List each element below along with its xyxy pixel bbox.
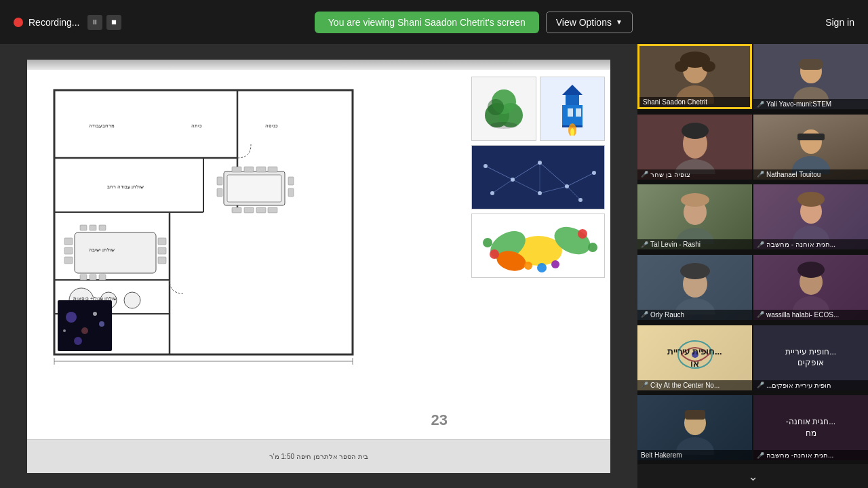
svg-text:שולחן עבודה רחב: שולחן עבודה רחב: [107, 184, 144, 189]
participant-grid: Shani Saadon Chetrit 🎤 Yali Yavo-muni:ST…: [637, 44, 868, 464]
svg-rect-13: [288, 188, 294, 197]
svg-rect-24: [64, 247, 73, 254]
svg-rect-21: [268, 207, 277, 213]
participant-tile[interactable]: 🎤 חגית אוחנה - מחשבה...: [753, 184, 868, 249]
svg-point-118: [680, 263, 710, 279]
stop-button[interactable]: ⏹: [106, 15, 121, 30]
svg-rect-18: [232, 207, 241, 213]
participants-sidebar: Shani Saadon Chetrit 🎤 Yali Yavo-muni:ST…: [637, 44, 868, 488]
participant-name-text: Orly Rauch: [650, 311, 684, 319]
svg-point-46: [81, 327, 88, 334]
svg-point-112: [681, 193, 709, 207]
svg-point-94: [524, 262, 532, 270]
participant-tile[interactable]: 🎤 wassilla halabi- ECOS...: [753, 255, 868, 320]
sign-in-button[interactable]: Sign in: [825, 17, 854, 28]
svg-rect-9: [227, 175, 281, 202]
participant-name: 🎤 Tal Levin - Rashi: [637, 239, 752, 249]
participant-tile[interactable]: 🎤 City At the Center No... ...חופית עירי…: [637, 325, 752, 390]
svg-point-89: [490, 249, 499, 259]
svg-rect-29: [80, 225, 87, 230]
participant-name: 🎤 צופיה בן שחר: [637, 169, 752, 180]
svg-rect-19: [244, 207, 254, 213]
svg-rect-32: [80, 274, 87, 280]
svg-text:שולחן ישיבה: שולחן ישיבה: [89, 247, 115, 252]
svg-rect-109: [797, 134, 825, 140]
svg-rect-103: [799, 59, 823, 70]
svg-point-92: [588, 243, 597, 252]
scale-info: בית הספר אלתרמן חיפה 1:50 מ'ר: [27, 439, 610, 473]
furniture-image-1: [471, 77, 536, 141]
recording-label: Recording...: [28, 17, 79, 28]
muted-icon: 🎤: [757, 241, 764, 248]
chevron-down-icon: ⌄: [748, 469, 758, 484]
participant-tile[interactable]: 🎤 חגית אוחנה- מחשבה... ...חגית אוחנה- מח: [753, 395, 868, 460]
view-options-button[interactable]: View Options ▼: [546, 12, 633, 33]
participant-tile[interactable]: Beit Hakerem: [637, 395, 752, 460]
muted-icon: 🎤: [641, 311, 648, 318]
participant-name-text: Nathanael Touitou: [766, 171, 821, 178]
recording-dot: [14, 18, 23, 27]
participant-name: 🎤 City At the Center No...: [637, 380, 752, 390]
screen-share-banner: You are viewing Shani Saadon Chetrit's s…: [315, 12, 539, 33]
svg-rect-12: [288, 177, 294, 185]
participant-name-text: חגית אוחנה - מחשבה...: [766, 241, 835, 248]
participant-tile[interactable]: 🎤 צופיה בן שחר: [637, 115, 752, 180]
svg-point-115: [797, 192, 825, 207]
screen-share-container: מרחב עבודה כיתה כניסה שולחן עבודה רחב שו…: [27, 60, 610, 473]
svg-point-81: [538, 191, 542, 195]
svg-marker-61: [562, 85, 583, 95]
participant-name: Beit Hakerem: [637, 450, 752, 460]
svg-rect-16: [256, 167, 266, 172]
participant-name-text: Shani Saadon Chetrit: [643, 98, 707, 106]
svg-rect-10: [217, 177, 222, 185]
svg-rect-11: [217, 188, 222, 197]
chevron-down-icon: ▼: [616, 18, 623, 26]
participant-name-text: Tal Levin - Rashi: [650, 241, 701, 248]
muted-icon: 🎤: [641, 171, 648, 178]
participant-name-text: wassilla halabi- ECOS...: [766, 311, 839, 319]
recording-area: Recording... ⏸ ⏹: [14, 15, 121, 30]
muted-icon: 🎤: [757, 101, 764, 108]
svg-point-57: [488, 99, 504, 115]
participant-tile[interactable]: 🎤 Nathanael Touitou: [753, 115, 868, 180]
muted-icon: 🎤: [757, 452, 764, 459]
svg-rect-27: [158, 247, 166, 254]
participant-tile[interactable]: Shani Saadon Chetrit: [637, 44, 752, 109]
participant-name-text: ...חופית עיריית אופקים: [766, 382, 831, 389]
svg-text:שולחן עגול + כיסאות: שולחן עגול + כיסאות: [73, 296, 117, 301]
participant-name: 🎤 Nathanael Touitou: [753, 169, 868, 180]
svg-point-100: [702, 61, 715, 72]
participant-name-text: Yali Yavo-muni:STEM: [766, 100, 831, 108]
muted-icon: 🎤: [641, 382, 648, 388]
svg-point-58: [490, 122, 517, 129]
participant-tile[interactable]: 🎤 Yali Yavo-muni:STEM: [753, 44, 868, 109]
participant-name: Shani Saadon Chetrit: [639, 97, 750, 107]
participant-name: 🎤 ...חופית עיריית אופקים: [753, 380, 868, 390]
muted-icon: 🎤: [757, 311, 764, 318]
svg-point-95: [551, 260, 559, 268]
svg-point-50: [74, 337, 82, 345]
svg-point-93: [537, 263, 547, 272]
participant-name-text: חגית אוחנה- מחשבה...: [766, 451, 833, 459]
participant-tile[interactable]: 🎤 Orly Rauch: [637, 255, 752, 320]
svg-point-78: [538, 161, 542, 165]
svg-rect-63: [576, 108, 581, 117]
svg-point-99: [675, 61, 688, 72]
svg-rect-28: [158, 257, 166, 264]
svg-point-37: [124, 292, 140, 308]
svg-point-121: [797, 262, 825, 278]
text-overlay: ...חופית עיריית אופקים: [782, 346, 840, 369]
svg-text:כניסה: כניסה: [265, 123, 278, 128]
participant-name: 🎤 חגית אוחנה- מחשבה...: [753, 450, 868, 460]
participant-tile[interactable]: 🎤 ...חופית עיריית אופקים ...חופית עיריית…: [753, 325, 868, 390]
participant-tile[interactable]: 🎤 Tal Levin - Rashi: [637, 184, 752, 249]
svg-rect-25: [64, 257, 73, 264]
svg-text:כיתה: כיתה: [191, 123, 202, 128]
svg-rect-26: [158, 238, 166, 245]
pause-button[interactable]: ⏸: [87, 15, 102, 30]
scroll-down-button[interactable]: ⌄: [637, 464, 868, 488]
svg-point-106: [682, 123, 709, 139]
svg-point-80: [592, 171, 596, 175]
muted-icon: 🎤: [641, 241, 648, 248]
text-overlay: ...חגית אוחנה- מח: [782, 417, 840, 440]
